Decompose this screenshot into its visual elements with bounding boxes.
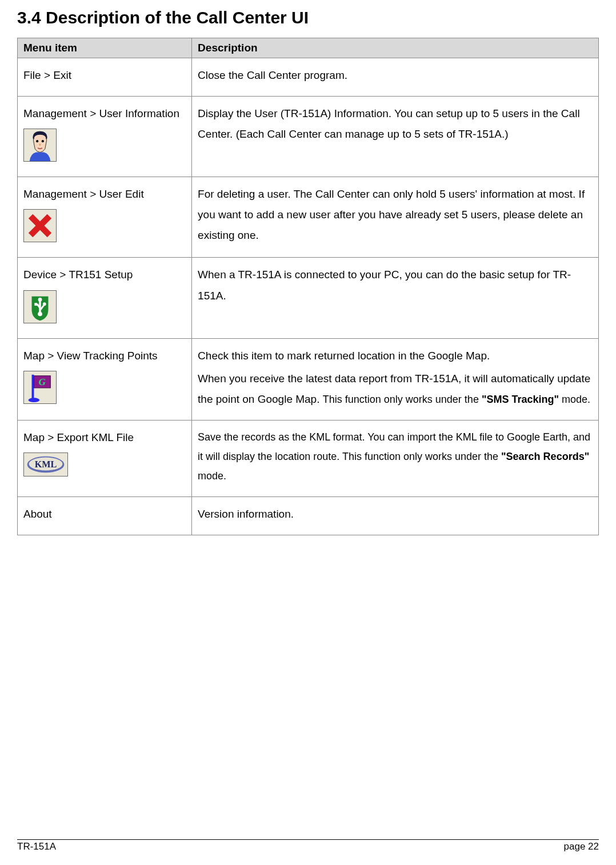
usb-shield-icon	[23, 290, 57, 323]
menu-item-label: Management > User Edit	[23, 184, 186, 205]
table-row: File > Exit Close the Call Center progra…	[18, 58, 599, 97]
table-row: About Version information.	[18, 496, 599, 535]
svg-point-1	[36, 140, 38, 142]
menu-item-label: File > Exit	[23, 65, 186, 86]
table-row: Device > TR151 Setup	[18, 258, 599, 338]
footer-product: TR-151A	[17, 841, 56, 852]
table-row: Management > User Information	[18, 97, 599, 177]
g-flag-icon: G	[23, 371, 57, 404]
footer-page-number: page 22	[564, 841, 599, 852]
description-text: When a TR-151A is connected to your PC, …	[198, 265, 593, 306]
menu-item-label: Device > TR151 Setup	[23, 265, 186, 285]
description-text: Check this item to mark returned locatio…	[198, 346, 593, 366]
menu-item-label: About	[23, 504, 186, 524]
svg-point-9	[38, 311, 42, 316]
table-row: Map > Export KML File KML Save the recor…	[18, 420, 599, 496]
description-text: When you receive the latest data report …	[198, 369, 593, 410]
description-text: Close the Call Center program.	[198, 65, 593, 86]
header-description: Description	[192, 38, 599, 58]
svg-text:G: G	[39, 377, 46, 387]
description-emphasis: "SMS Tracking"	[482, 394, 559, 405]
svg-rect-10	[34, 303, 37, 306]
kml-icon: KML	[23, 452, 68, 476]
description-text: For deleting a user. The Call Center can…	[198, 184, 593, 246]
section-heading: 3.4 Description of the Call Center UI	[17, 8, 599, 27]
description-text: Version information.	[198, 504, 593, 524]
svg-rect-13	[32, 375, 34, 400]
description-fragment: mode.	[198, 470, 226, 482]
menu-description-table: Menu item Description File > Exit Close …	[17, 38, 599, 535]
description-fragment: This function only works under the	[323, 394, 482, 405]
menu-item-label: Management > User Information	[23, 103, 186, 124]
description-text: Save the records as the KML format. You …	[198, 427, 593, 486]
red-x-icon	[23, 209, 57, 242]
description-emphasis: "Search Records"	[501, 451, 589, 462]
user-head-icon	[23, 129, 57, 162]
menu-item-label: Map > Export KML File	[23, 427, 186, 448]
kml-icon-text: KML	[35, 459, 57, 470]
page-footer: TR-151A page 22	[17, 839, 599, 852]
table-row: Management > User Edit For deleting a us…	[18, 177, 599, 258]
svg-point-14	[29, 398, 39, 402]
menu-item-label: Map > View Tracking Points	[23, 346, 186, 366]
table-row: Map > View Tracking Points G Check thi	[18, 338, 599, 420]
header-menu-item: Menu item	[18, 38, 192, 58]
description-fragment: mode.	[559, 394, 590, 405]
table-header-row: Menu item Description	[18, 38, 599, 58]
description-text: Display the User (TR-151A) Information. …	[198, 103, 593, 145]
svg-point-2	[42, 140, 44, 142]
